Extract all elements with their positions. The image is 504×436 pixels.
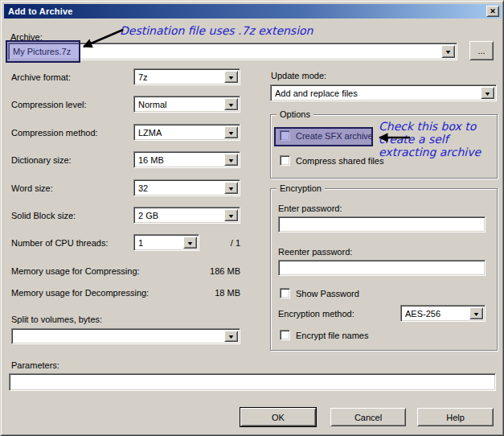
chevron-down-icon: ▼ bbox=[473, 311, 480, 317]
annotation-sfx-note-line1: Check this box to bbox=[379, 120, 476, 133]
word-size-label: Word size: bbox=[11, 183, 53, 193]
parameters-label: Parameters: bbox=[11, 360, 59, 370]
solid-block-size-value: 2 GB bbox=[136, 209, 224, 221]
solid-block-size-label: Solid Block size: bbox=[11, 211, 76, 220]
compression-level-value: Normal bbox=[136, 98, 224, 110]
compress-shared-checkbox[interactable] bbox=[280, 155, 290, 166]
dictionary-size-label: Dictionary size: bbox=[11, 155, 72, 165]
compress-shared-label: Compress shared files bbox=[296, 156, 383, 166]
encryption-method-dropdown-button[interactable]: ▼ bbox=[469, 307, 483, 319]
encryption-method-select[interactable]: AES-256 ▼ bbox=[400, 305, 486, 322]
annotation-sfx-note-line2: create a self bbox=[379, 133, 449, 146]
compression-level-label: Compression level: bbox=[11, 100, 87, 109]
chevron-down-icon: ▼ bbox=[227, 158, 235, 163]
dictionary-size-select[interactable]: 16 MB ▼ bbox=[133, 151, 240, 168]
archive-format-value: 7z bbox=[136, 71, 224, 83]
word-size-value: 32 bbox=[136, 182, 224, 194]
update-mode-dropdown-button[interactable]: ▼ bbox=[481, 87, 494, 99]
reenter-password-label: Reenter password: bbox=[278, 247, 352, 257]
enter-password-label: Enter password: bbox=[278, 204, 342, 213]
browse-button[interactable]: ... bbox=[469, 41, 494, 60]
archive-dropdown-button[interactable]: ▼ bbox=[441, 45, 455, 58]
encrypt-names-label: Encrypt file names bbox=[296, 331, 368, 340]
compression-method-value: LZMA bbox=[136, 126, 224, 138]
split-volumes-dropdown-button[interactable]: ▼ bbox=[224, 331, 238, 342]
help-button[interactable]: Help bbox=[417, 408, 494, 426]
encryption-method-value: AES-256 bbox=[403, 307, 469, 319]
encrypt-names-checkbox[interactable] bbox=[280, 330, 290, 340]
dictionary-size-value: 16 MB bbox=[136, 154, 224, 166]
memory-compressing-row: Memory usage for Compressing: 186 MB bbox=[11, 266, 240, 276]
memory-decompressing-row: Memory usage for Decompressing: 18 MB bbox=[11, 288, 240, 298]
word-size-select[interactable]: 32 ▼ bbox=[133, 179, 240, 196]
archive-format-label: Archive format: bbox=[11, 72, 71, 82]
memory-decompressing-label: Memory usage for Decompressing: bbox=[11, 288, 149, 298]
compression-method-label: Compression method: bbox=[11, 128, 98, 138]
add-to-archive-dialog: Add to Archive ✕ Archive: My Pictures.7z… bbox=[0, 0, 504, 436]
archive-value: My Pictures.7z bbox=[10, 45, 441, 58]
create-sfx-row[interactable]: Create SFX archive bbox=[280, 130, 373, 141]
show-password-row[interactable]: Show Password bbox=[280, 288, 359, 298]
dictionary-size-dropdown-button[interactable]: ▼ bbox=[224, 154, 238, 166]
chevron-down-icon: ▼ bbox=[227, 75, 235, 80]
show-password-checkbox[interactable] bbox=[280, 288, 290, 298]
cpu-threads-select[interactable]: 1 ▼ bbox=[133, 234, 199, 251]
solid-block-size-select[interactable]: 2 GB ▼ bbox=[133, 207, 240, 224]
solid-block-size-dropdown-button[interactable]: ▼ bbox=[224, 209, 238, 221]
memory-compressing-label: Memory usage for Compressing: bbox=[11, 266, 140, 276]
close-icon: ✕ bbox=[490, 7, 496, 15]
show-password-label: Show Password bbox=[296, 289, 359, 298]
compression-level-dropdown-button[interactable]: ▼ bbox=[224, 98, 238, 110]
title-bar[interactable]: Add to Archive ✕ bbox=[4, 4, 502, 19]
split-volumes-combobox[interactable]: ▼ bbox=[11, 328, 240, 344]
archive-label: Archive: bbox=[10, 32, 43, 42]
options-group-title: Options bbox=[277, 109, 313, 120]
update-mode-value: Add and replace files bbox=[272, 87, 481, 99]
split-volumes-label: Split to volumes, bytes: bbox=[11, 315, 102, 324]
compression-method-dropdown-button[interactable]: ▼ bbox=[224, 126, 238, 138]
reenter-password-input[interactable] bbox=[278, 260, 486, 276]
archive-format-select[interactable]: 7z ▼ bbox=[133, 68, 240, 85]
chevron-down-icon: ▼ bbox=[227, 213, 235, 219]
cancel-button[interactable]: Cancel bbox=[330, 408, 406, 426]
encrypt-names-row[interactable]: Encrypt file names bbox=[280, 330, 368, 340]
archive-combobox[interactable]: My Pictures.7z ▼ bbox=[8, 43, 457, 60]
cpu-threads-value: 1 bbox=[136, 237, 183, 249]
annotation-sfx-note-line3: extracting archive bbox=[379, 146, 481, 158]
parameters-input[interactable] bbox=[9, 373, 496, 391]
update-mode-label: Update mode: bbox=[271, 71, 326, 80]
chevron-down-icon: ▼ bbox=[227, 186, 235, 191]
window-title: Add to Archive bbox=[8, 6, 73, 16]
chevron-down-icon: ▼ bbox=[445, 49, 452, 55]
split-volumes-value bbox=[14, 331, 224, 342]
memory-decompressing-value: 18 MB bbox=[215, 288, 240, 298]
compression-method-select[interactable]: LZMA ▼ bbox=[133, 124, 240, 141]
chevron-down-icon: ▼ bbox=[186, 241, 194, 246]
annotation-archive-note: Destination file uses .7z extension bbox=[120, 24, 313, 37]
memory-compressing-value: 186 MB bbox=[210, 266, 240, 276]
chevron-down-icon: ▼ bbox=[227, 102, 235, 108]
chevron-down-icon: ▼ bbox=[227, 334, 235, 339]
encryption-group-title: Encryption bbox=[277, 183, 325, 194]
enter-password-input[interactable] bbox=[278, 216, 486, 232]
compress-shared-row[interactable]: Compress shared files bbox=[280, 155, 383, 166]
close-button[interactable]: ✕ bbox=[486, 6, 499, 17]
word-size-dropdown-button[interactable]: ▼ bbox=[224, 182, 238, 194]
chevron-down-icon: ▼ bbox=[227, 130, 235, 136]
cpu-threads-max: / 1 bbox=[218, 238, 240, 248]
encryption-method-label: Encryption method: bbox=[278, 309, 354, 319]
create-sfx-label: Create SFX archive bbox=[296, 131, 373, 141]
create-sfx-checkbox[interactable] bbox=[280, 130, 290, 141]
archive-format-dropdown-button[interactable]: ▼ bbox=[224, 71, 238, 83]
cpu-threads-dropdown-button[interactable]: ▼ bbox=[183, 237, 197, 249]
cpu-threads-label: Number of CPU threads: bbox=[11, 238, 108, 248]
compression-level-select[interactable]: Normal ▼ bbox=[133, 96, 240, 113]
ok-button[interactable]: OK bbox=[240, 408, 316, 426]
chevron-down-icon: ▼ bbox=[484, 91, 491, 97]
update-mode-select[interactable]: Add and replace files ▼ bbox=[270, 84, 497, 101]
